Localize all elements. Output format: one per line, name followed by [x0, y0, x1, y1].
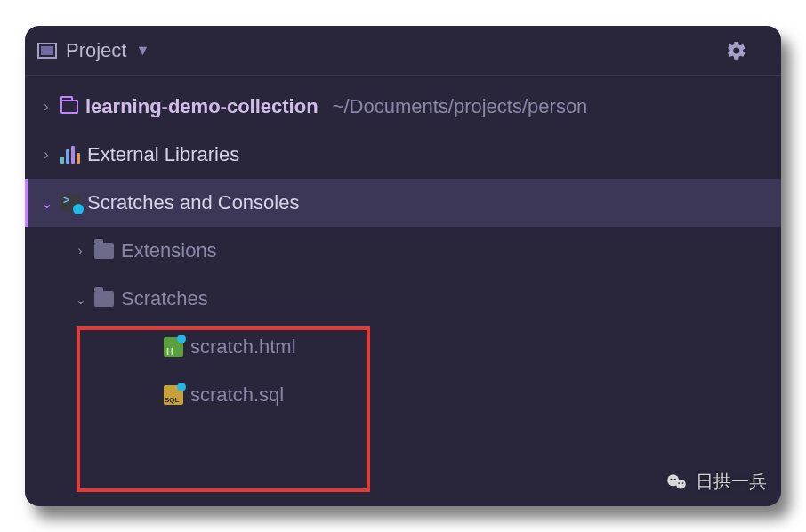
chevron-down-icon[interactable]: ⌄ — [39, 195, 53, 212]
project-root-row[interactable]: › learning-demo-collection ~/Documents/p… — [25, 83, 781, 131]
view-selector[interactable]: Project ▼ — [37, 39, 149, 62]
scratches-icon — [60, 195, 80, 211]
folder-icon — [94, 291, 114, 307]
project-path: ~/Documents/projects/person — [333, 95, 588, 118]
scratches-consoles-label: Scratches and Consoles — [87, 191, 299, 214]
external-libraries-label: External Libraries — [87, 143, 239, 166]
gear-icon — [726, 40, 747, 61]
project-folder-icon — [60, 100, 78, 114]
project-tree: › learning-demo-collection ~/Documents/p… — [25, 76, 781, 419]
chevron-right-icon[interactable]: › — [39, 99, 53, 115]
project-name: learning-demo-collection — [85, 95, 318, 118]
extensions-label: Extensions — [121, 239, 217, 262]
svg-point-4 — [674, 478, 676, 480]
file-name: scratch.sql — [190, 383, 284, 407]
file-name: scratch.html — [190, 335, 296, 359]
watermark-text: 日拱一兵 — [696, 470, 767, 494]
chevron-down-icon: ▼ — [135, 43, 149, 59]
chevron-down-icon[interactable]: ⌄ — [73, 291, 87, 308]
chevron-right-icon[interactable]: › — [73, 243, 87, 259]
libraries-icon — [60, 146, 80, 164]
toolbar: Project ▼ — [25, 26, 781, 76]
external-libraries-row[interactable]: › External Libraries — [25, 131, 781, 179]
extensions-row[interactable]: › Extensions — [25, 227, 781, 275]
file-row-html[interactable]: · scratch.html — [25, 323, 781, 371]
watermark: 日拱一兵 — [665, 470, 767, 494]
svg-point-2 — [676, 479, 686, 488]
folder-icon — [94, 243, 114, 259]
settings-button[interactable] — [726, 40, 747, 61]
toolbar-title: Project — [66, 39, 126, 62]
sql-file-icon — [164, 385, 183, 405]
svg-point-6 — [682, 482, 684, 484]
file-row-sql[interactable]: · scratch.sql — [25, 371, 781, 419]
wechat-icon — [665, 471, 689, 494]
scratches-label: Scratches — [121, 287, 208, 310]
chevron-right-icon[interactable]: › — [39, 147, 53, 163]
html-file-icon — [164, 337, 183, 357]
project-panel: Project ▼ › learning-demo-collection ~/D… — [25, 26, 781, 506]
scratches-consoles-row[interactable]: ⌄ Scratches and Consoles — [25, 179, 781, 227]
svg-point-3 — [670, 478, 672, 480]
scratches-row[interactable]: ⌄ Scratches — [25, 275, 781, 323]
project-view-icon — [37, 43, 57, 59]
svg-point-5 — [678, 482, 680, 484]
